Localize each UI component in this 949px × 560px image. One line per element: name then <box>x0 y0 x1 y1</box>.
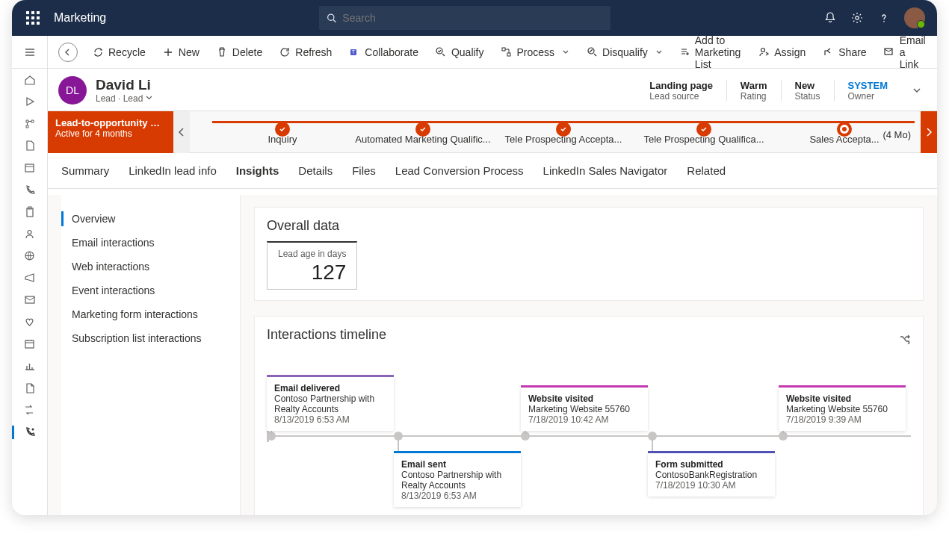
record-tabs: Summary LinkedIn lead info Insights Deta… <box>48 153 937 189</box>
tab-linkedin-lead[interactable]: LinkedIn lead info <box>129 164 217 177</box>
nav-play-icon[interactable] <box>12 91 48 113</box>
timeline-event-card[interactable]: Email deliveredContoso Partnership with … <box>267 377 394 431</box>
timeline-event-card[interactable]: Form submittedContosoBankRegistration7/1… <box>648 453 775 497</box>
nav-megaphone-icon[interactable] <box>12 267 48 290</box>
process-button[interactable]: Process <box>492 36 578 68</box>
add-marketing-button[interactable]: Add to Marketing List <box>671 36 749 68</box>
svg-point-6 <box>28 230 31 234</box>
timeline-event-card[interactable]: Email sentContoso Partnership with Realt… <box>394 453 521 507</box>
event-title: Form submitted <box>655 459 767 470</box>
settings-icon[interactable] <box>850 11 864 25</box>
tab-details[interactable]: Details <box>298 164 333 177</box>
process-prev-button[interactable] <box>173 111 190 153</box>
svg-rect-15 <box>507 53 510 56</box>
nav-redirect-icon[interactable] <box>12 399 48 422</box>
side-email[interactable]: Email interactions <box>61 231 240 255</box>
main-area: DL David Li Lead · Lead Landing pageLead… <box>48 69 937 515</box>
nav-globe-icon[interactable] <box>12 245 48 267</box>
stage-tele-qualify[interactable]: Tele Prospecting Qualifica... <box>634 119 774 145</box>
nav-mail-icon[interactable] <box>12 289 48 311</box>
share-label: Share <box>838 46 866 58</box>
side-web[interactable]: Web interactions <box>61 255 240 279</box>
nav-clipboard-icon[interactable] <box>12 201 48 223</box>
nav-flow-icon[interactable] <box>12 113 48 135</box>
email-link-button[interactable]: Email a Link <box>875 36 934 68</box>
app-launcher-icon[interactable] <box>18 3 48 33</box>
tab-sales-navigator[interactable]: LinkedIn Sales Navigator <box>543 164 668 177</box>
side-event[interactable]: Event interactions <box>61 279 240 302</box>
search-input[interactable] <box>342 12 603 24</box>
refresh-icon <box>279 46 291 58</box>
insights-side-nav: Overview Email interactions Web interact… <box>61 195 241 515</box>
plus-icon <box>162 46 174 58</box>
svg-point-17 <box>761 49 764 52</box>
notifications-icon[interactable] <box>823 11 837 25</box>
share-button[interactable]: Share <box>814 36 874 68</box>
new-label: New <box>179 46 200 58</box>
side-overview[interactable]: Overview <box>61 207 240 231</box>
back-button[interactable] <box>52 36 84 68</box>
lead-age-metric: Lead age in days 127 <box>267 241 357 290</box>
share-icon <box>822 46 834 58</box>
email-link-label: Email a Link <box>900 34 926 70</box>
stage-inquiry[interactable]: Inquiry <box>212 119 353 145</box>
assign-label: Assign <box>774 46 806 58</box>
stage-auto-marketing[interactable]: Automated Marketing Qualific... <box>353 119 493 145</box>
svg-point-2 <box>856 16 859 19</box>
shuffle-icon[interactable] <box>899 334 911 344</box>
svg-line-1 <box>333 19 336 22</box>
tab-summary[interactable]: Summary <box>61 164 109 177</box>
side-subscription[interactable]: Subscription list interactions <box>61 326 240 350</box>
nav-home-icon[interactable] <box>12 69 48 91</box>
timeline-event-card[interactable]: Website visitedMarketing Website 557607/… <box>521 388 648 431</box>
collaborate-button[interactable]: TCollaborate <box>340 36 427 68</box>
tab-related[interactable]: Related <box>687 164 726 177</box>
expand-header-button[interactable] <box>912 85 922 96</box>
recycle-label: Recycle <box>108 46 146 58</box>
help-icon[interactable] <box>877 11 891 25</box>
process-next-button[interactable] <box>921 111 937 153</box>
stage-tele-accept[interactable]: Tele Prospecting Accepta... <box>493 119 634 145</box>
disqualify-button[interactable]: Disqualify <box>578 36 671 68</box>
nav-phone-icon[interactable] <box>12 179 48 202</box>
timeline-track: Email deliveredContoso Partnership with … <box>267 364 911 515</box>
qualify-button[interactable]: Qualify <box>427 36 492 68</box>
record-initials: DL <box>58 76 87 105</box>
search-icon <box>327 13 336 23</box>
recycle-button[interactable]: Recycle <box>84 36 154 68</box>
nav-hamburger-icon[interactable] <box>12 36 48 69</box>
event-desc: Contoso Partnership with Realty Accounts <box>401 470 513 491</box>
left-nav <box>12 36 48 515</box>
assign-button[interactable]: Assign <box>749 36 814 68</box>
record-subtitle[interactable]: Lead · Lead <box>96 93 152 104</box>
nav-file-icon[interactable] <box>12 135 48 158</box>
process-icon <box>501 46 513 58</box>
nav-template-icon[interactable] <box>12 377 48 399</box>
refresh-button[interactable]: Refresh <box>271 36 340 68</box>
timeline-event-card[interactable]: Website visitedMarketing Website 557607/… <box>779 388 906 431</box>
tab-files[interactable]: Files <box>352 164 376 177</box>
tab-lead-conversion[interactable]: Lead Conversion Process <box>395 164 524 177</box>
svg-rect-4 <box>27 208 33 217</box>
event-desc: Marketing Website 55760 <box>786 404 898 414</box>
overall-data-title: Overall data <box>267 218 911 234</box>
svg-point-13 <box>436 48 442 54</box>
delete-button[interactable]: Delete <box>208 36 271 68</box>
field-status: NewStatus <box>795 80 820 102</box>
more-commands-button[interactable] <box>934 36 937 68</box>
side-form[interactable]: Marketing form interactions <box>61 302 240 326</box>
nav-heart-icon[interactable] <box>12 311 48 334</box>
nav-leads-icon[interactable] <box>12 421 48 444</box>
nav-calendar-icon[interactable] <box>12 157 48 179</box>
email-link-icon <box>883 46 895 58</box>
process-flag[interactable]: Lead-to-opportunity mar... Active for 4 … <box>48 111 173 153</box>
new-button[interactable]: New <box>154 36 208 68</box>
nav-person-icon[interactable] <box>12 223 48 246</box>
search-box[interactable] <box>319 6 610 30</box>
nav-schedule-icon[interactable] <box>12 333 48 355</box>
user-avatar[interactable] <box>904 7 925 28</box>
field-lead-source: Landing pageLead source <box>649 80 713 102</box>
tab-insights[interactable]: Insights <box>236 164 279 177</box>
recycle-icon <box>92 46 104 58</box>
nav-insights-icon[interactable] <box>12 355 48 378</box>
